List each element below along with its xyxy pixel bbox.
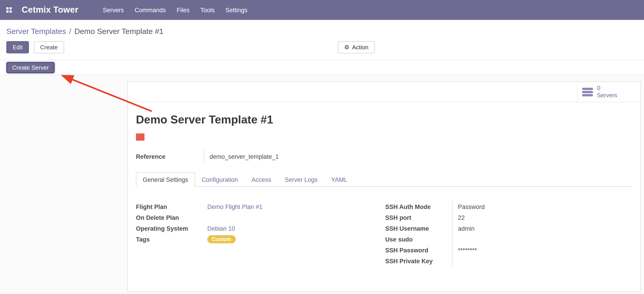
gear-icon: ⚙ bbox=[344, 44, 349, 50]
ssh-values-divider: Password 22 admin ******** bbox=[452, 201, 632, 266]
toolbar: Edit Create ⚙ Action bbox=[0, 41, 644, 60]
menu-item-tools[interactable]: Tools bbox=[195, 0, 220, 20]
ssh-auth-mode-label: SSH Auth Mode bbox=[385, 201, 452, 212]
ssh-private-key-label: SSH Private Key bbox=[385, 255, 452, 266]
breadcrumb-current: Demo Server Template #1 bbox=[74, 27, 163, 36]
action-button-label: Action bbox=[352, 44, 368, 51]
servers-count: 0 bbox=[597, 85, 617, 92]
apps-grid-icon[interactable] bbox=[6, 7, 12, 13]
servers-stat-button[interactable]: 0 Servers bbox=[577, 82, 640, 102]
brand-title[interactable]: Cetmix Tower bbox=[22, 5, 78, 15]
tab-configuration[interactable]: Configuration bbox=[195, 172, 245, 186]
ssh-password-label: SSH Password bbox=[385, 245, 452, 255]
action-button[interactable]: ⚙ Action bbox=[338, 41, 375, 53]
breadcrumb: Server Templates / Demo Server Template … bbox=[0, 20, 644, 37]
form-action-bar: Create Server bbox=[0, 60, 644, 75]
edit-button[interactable]: Edit bbox=[6, 41, 29, 53]
tab-yaml[interactable]: YAML bbox=[324, 172, 354, 186]
flight-plan-value-link[interactable]: Demo Flight Plan #1 bbox=[207, 203, 262, 210]
page-title: Demo Server Template #1 bbox=[136, 113, 632, 126]
flight-plan-label: Flight Plan bbox=[136, 201, 207, 212]
server-template-sheet: 0 Servers Demo Server Template #1 Refere… bbox=[127, 81, 641, 292]
breadcrumb-separator: / bbox=[69, 27, 71, 36]
reference-value: demo_server_template_1 bbox=[210, 153, 279, 160]
fields-column-right: SSH Auth Mode SSH port SSH Username Use … bbox=[385, 201, 632, 266]
breadcrumb-link-server-templates[interactable]: Server Templates bbox=[6, 27, 66, 36]
operating-system-label: Operating System bbox=[136, 223, 207, 234]
menu-item-settings[interactable]: Settings bbox=[220, 0, 253, 20]
tab-server-logs[interactable]: Server Logs bbox=[278, 172, 324, 186]
sheet-body: Demo Server Template #1 Reference demo_s… bbox=[128, 113, 640, 266]
servers-count-label: Servers bbox=[597, 92, 617, 99]
ssh-port-value: 22 bbox=[458, 214, 465, 221]
tab-access[interactable]: Access bbox=[245, 172, 278, 186]
vertical-divider bbox=[204, 151, 204, 162]
button-box: 0 Servers bbox=[128, 82, 640, 102]
on-delete-plan-label: On Delete Plan bbox=[136, 212, 207, 223]
create-button[interactable]: Create bbox=[34, 41, 64, 53]
tab-general-settings[interactable]: General Settings bbox=[136, 172, 195, 187]
reference-label: Reference bbox=[136, 153, 204, 160]
content-area: 0 Servers Demo Server Template #1 Refere… bbox=[0, 75, 644, 294]
menu-item-servers[interactable]: Servers bbox=[97, 0, 129, 20]
servers-icon bbox=[582, 87, 593, 96]
tags-label: Tags bbox=[136, 234, 207, 245]
ssh-username-label: SSH Username bbox=[385, 223, 452, 234]
main-menu: Servers Commands Files Tools Settings bbox=[97, 0, 253, 20]
ssh-username-value: admin bbox=[458, 225, 475, 232]
create-server-button[interactable]: Create Server bbox=[6, 62, 55, 73]
ssh-port-label: SSH port bbox=[385, 212, 452, 223]
tag-badge-custom[interactable]: Custom bbox=[207, 235, 236, 243]
operating-system-value-link[interactable]: Debian 10 bbox=[207, 225, 235, 232]
top-navbar: Cetmix Tower Servers Commands Files Tool… bbox=[0, 0, 644, 20]
field-reference: Reference demo_server_template_1 bbox=[136, 151, 632, 162]
ssh-auth-mode-value: Password bbox=[458, 203, 485, 210]
app-window: Cetmix Tower Servers Commands Files Tool… bbox=[0, 0, 644, 294]
fields-column-left: Flight Plan On Delete Plan Operating Sys… bbox=[136, 201, 385, 266]
ssh-password-value: ******** bbox=[458, 247, 477, 253]
use-sudo-label: Use sudo bbox=[385, 234, 452, 245]
general-settings-panel: Flight Plan On Delete Plan Operating Sys… bbox=[136, 201, 632, 266]
menu-item-commands[interactable]: Commands bbox=[129, 0, 171, 20]
menu-item-files[interactable]: Files bbox=[171, 0, 195, 20]
color-swatch[interactable] bbox=[136, 133, 144, 141]
notebook-tabs: General Settings Configuration Access Se… bbox=[136, 172, 632, 187]
